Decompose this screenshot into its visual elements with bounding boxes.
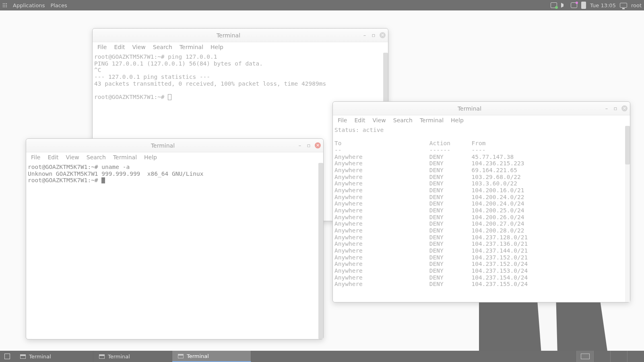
workspace-4[interactable] bbox=[627, 351, 644, 362]
menu-help[interactable]: Help bbox=[144, 154, 157, 160]
applications-menu[interactable]: Applications bbox=[13, 2, 45, 8]
titlebar[interactable]: Terminal – ▫ ✕ bbox=[93, 29, 388, 42]
bottom-panel: TerminalTerminalTerminal bbox=[0, 351, 644, 362]
titlebar[interactable]: Terminal – ▫ ✕ bbox=[26, 139, 323, 152]
minimize-button[interactable]: – bbox=[604, 106, 609, 111]
close-button[interactable]: ✕ bbox=[380, 32, 386, 38]
menu-view[interactable]: View bbox=[373, 117, 386, 123]
menu-search[interactable]: Search bbox=[393, 117, 413, 123]
menu-file[interactable]: File bbox=[31, 154, 40, 160]
display-tray-icon[interactable] bbox=[620, 3, 627, 8]
workspace-3[interactable] bbox=[610, 351, 627, 362]
menu-search[interactable]: Search bbox=[87, 154, 106, 160]
taskbar-item-terminal-2[interactable]: Terminal bbox=[93, 351, 172, 362]
menu-file[interactable]: File bbox=[338, 117, 347, 123]
taskbar-item-label: Terminal bbox=[187, 353, 209, 359]
terminal-output[interactable]: root@GOAZKTM5K7W1:~# uname -a Unknown GO… bbox=[26, 163, 323, 339]
taskbar-item-terminal-3[interactable]: Terminal bbox=[172, 351, 251, 362]
menu-edit[interactable]: Edit bbox=[47, 154, 58, 160]
maximize-button[interactable]: ▫ bbox=[371, 33, 376, 38]
taskbar-item-label: Terminal bbox=[108, 354, 130, 360]
menu-view[interactable]: View bbox=[66, 154, 79, 160]
volume-tray-icon[interactable] bbox=[561, 3, 567, 8]
scrollbar-thumb[interactable] bbox=[625, 126, 630, 165]
menubar: FileEditViewSearchTerminalHelp bbox=[333, 115, 630, 126]
menu-edit[interactable]: Edit bbox=[354, 117, 365, 123]
terminal-window-uname[interactable]: Terminal – ▫ ✕ FileEditViewSearchTermina… bbox=[26, 138, 324, 339]
menu-edit[interactable]: Edit bbox=[114, 44, 125, 50]
terminal-icon bbox=[178, 354, 184, 358]
menu-search[interactable]: Search bbox=[153, 44, 172, 50]
workspace-switcher[interactable] bbox=[576, 351, 644, 362]
battery-tray-icon[interactable] bbox=[581, 2, 586, 9]
workspace-1[interactable] bbox=[576, 351, 593, 362]
maximize-button[interactable]: ▫ bbox=[306, 143, 312, 148]
window-title: Terminal bbox=[95, 32, 362, 39]
scrollbar-thumb[interactable] bbox=[318, 163, 323, 339]
show-desktop-button[interactable] bbox=[0, 351, 14, 362]
terminal-icon bbox=[20, 354, 26, 359]
close-button[interactable]: ✕ bbox=[315, 142, 321, 148]
window-title: Terminal bbox=[29, 142, 297, 149]
workspace-2[interactable] bbox=[593, 351, 610, 362]
apps-grid-icon[interactable] bbox=[2, 3, 7, 8]
menu-file[interactable]: File bbox=[97, 44, 107, 50]
menubar: FileEditViewSearchTerminalHelp bbox=[26, 152, 323, 163]
menu-help[interactable]: Help bbox=[451, 117, 464, 123]
menu-terminal[interactable]: Terminal bbox=[113, 154, 137, 160]
close-button[interactable]: ✕ bbox=[621, 105, 627, 111]
menu-help[interactable]: Help bbox=[211, 44, 223, 50]
updates-tray-icon[interactable] bbox=[551, 2, 557, 8]
scrollbar-track[interactable] bbox=[625, 126, 630, 302]
desktop-icon bbox=[4, 354, 10, 359]
menu-terminal[interactable]: Terminal bbox=[420, 117, 444, 123]
minimize-button[interactable]: – bbox=[297, 143, 303, 148]
maximize-button[interactable]: ▫ bbox=[613, 106, 618, 111]
scrollbar-track[interactable] bbox=[318, 163, 323, 339]
menubar: FileEditViewSearchTerminalHelp bbox=[93, 42, 388, 53]
network-tray-icon[interactable] bbox=[571, 2, 577, 8]
minimize-button[interactable]: – bbox=[362, 33, 367, 38]
places-menu[interactable]: Places bbox=[50, 2, 67, 8]
clock[interactable]: Tue 13:05 bbox=[590, 2, 616, 8]
user-menu[interactable]: root bbox=[631, 2, 642, 8]
terminal-output[interactable]: Status: active To Action From -- ------ … bbox=[333, 126, 630, 302]
titlebar[interactable]: Terminal – ▫ ✕ bbox=[333, 102, 630, 115]
menu-view[interactable]: View bbox=[132, 44, 146, 50]
taskbar-item-label: Terminal bbox=[29, 354, 51, 360]
window-title: Terminal bbox=[335, 105, 604, 112]
terminal-window-firewall[interactable]: Terminal – ▫ ✕ FileEditViewSearchTermina… bbox=[332, 101, 630, 302]
menu-terminal[interactable]: Terminal bbox=[180, 44, 203, 50]
taskbar-item-terminal-1[interactable]: Terminal bbox=[14, 351, 93, 362]
terminal-icon bbox=[99, 354, 105, 359]
top-panel: Applications Places Tue 13:05 root bbox=[0, 0, 644, 10]
